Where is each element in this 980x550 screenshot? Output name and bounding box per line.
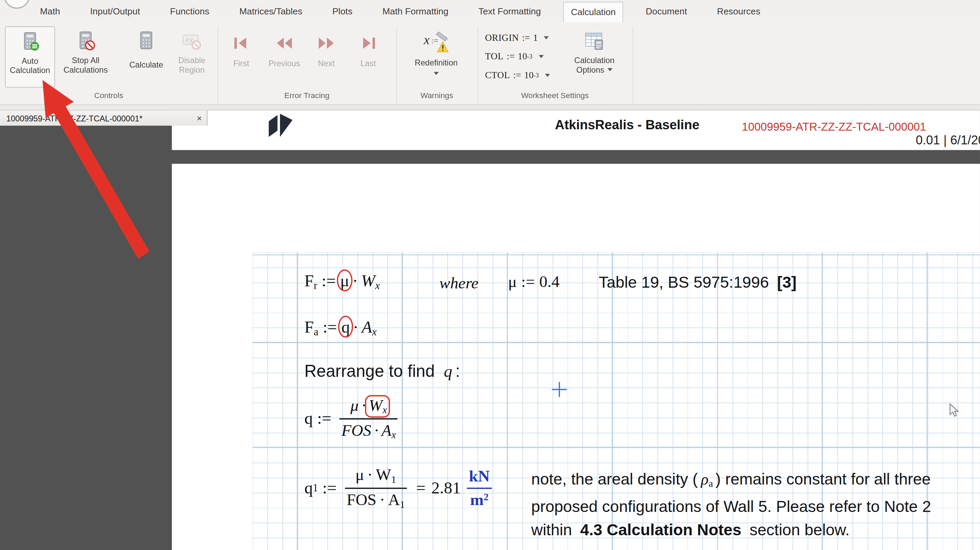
calculation-options-button[interactable]: Calculation Options	[566, 26, 622, 90]
calculation-options-caret[interactable]	[608, 68, 612, 71]
page-header: AtkinsRealis - Baseline 10009959-ATR-ZZ-…	[172, 111, 980, 150]
eq2-f: F	[304, 317, 313, 336]
app-menu-button[interactable]	[4, 0, 30, 9]
eq2-f-sub: a	[313, 326, 318, 338]
previous-label: Previous	[268, 59, 300, 68]
disable-region-label-2: Region	[179, 65, 205, 74]
tab-document[interactable]: Document	[646, 6, 687, 16]
page-header-title: AtkinsRealis - Baseline	[555, 118, 699, 133]
eq3-num-mu: μ	[350, 396, 358, 414]
eq4-assign: :=	[323, 478, 337, 498]
svg-text::=: :=	[431, 36, 438, 45]
rearrange-pre: Rearrange to find	[304, 362, 434, 381]
tab-plots[interactable]: Plots	[332, 6, 352, 16]
equation-q1-result[interactable]: q1:= μ·W1 FOS·A1 = 2.81 kN m2	[304, 466, 495, 510]
eq2-a-sub: x	[372, 326, 377, 338]
note-rho-sub: a	[708, 478, 713, 489]
eq4-lhs-sub: 1	[313, 482, 318, 494]
where-text[interactable]: where	[439, 274, 479, 293]
note-line-1: note, the areal density (ρa) remains con…	[531, 468, 931, 495]
error-last-button[interactable]: Last	[350, 26, 386, 88]
note-line3-post: section below.	[750, 521, 850, 538]
tab-resources[interactable]: Resources	[717, 6, 760, 16]
eq4-lhs: q	[304, 478, 313, 498]
equation-fa[interactable]: Fa:=q·Ax	[304, 317, 377, 338]
eq4-den-a: A	[388, 490, 400, 509]
tol-assign: :=	[507, 51, 514, 62]
error-previous-button[interactable]: Previous	[264, 26, 305, 88]
menu-bar: Math Input/Output Functions Matrices/Tab…	[0, 0, 980, 22]
next-label: Next	[318, 59, 334, 68]
page-header-meta: 0.01 | 6/1/20	[916, 133, 980, 147]
eq4-equals: =	[416, 478, 426, 498]
eq4-num-w-sub: 1	[391, 474, 396, 485]
eq3-den-fos: FOS	[341, 421, 371, 439]
tab-text-formatting[interactable]: Text Formatting	[479, 6, 541, 16]
mu-annotation-circle: μ	[340, 271, 349, 291]
mu-def-assign: :=	[521, 273, 535, 291]
ribbon-tabs: Math Input/Output Functions Matrices/Tab…	[40, 0, 760, 22]
redefinition-dropdown-caret[interactable]	[434, 72, 439, 75]
eq4-unit-num: kN	[467, 467, 492, 485]
tab-functions[interactable]: Functions	[170, 6, 210, 16]
table-reference-text[interactable]: Table 19, BS 5975:1996 [3]	[599, 273, 797, 292]
page-header-doc-ref: 10009959-ATR-ZZ-ZZ-TCAL-000001	[742, 121, 926, 134]
ctol-setting[interactable]: CTOL := 10 -3	[485, 70, 550, 81]
red-annotation-arrow	[34, 74, 159, 265]
calculation-options-label-1: Calculation	[574, 56, 614, 65]
eq4-unit-den: m	[470, 490, 484, 509]
rearrange-text[interactable]: Rearrange to find q:	[304, 362, 460, 382]
group-caption-warnings: Warnings	[396, 91, 477, 101]
note-rho: ρ	[701, 470, 708, 488]
stop-all-label-1: Stop All	[72, 56, 99, 65]
tab-math[interactable]: Math	[40, 6, 60, 16]
error-first-button[interactable]: First	[224, 26, 259, 88]
ctol-base: 10	[524, 70, 533, 81]
note-line-3: within 4.3 Calculation Notes section bel…	[531, 518, 931, 541]
note-line3-bold: 4.3 Calculation Notes	[580, 521, 741, 538]
tab-matrices-tables[interactable]: Matrices/Tables	[239, 6, 302, 16]
group-caption-error-tracing: Error Tracing	[218, 91, 396, 101]
origin-dropdown-caret[interactable]	[544, 36, 549, 40]
group-caption-worksheet-settings: Worksheet Settings	[477, 91, 632, 101]
redefinition-button[interactable]: x := Redefinition	[407, 26, 465, 90]
insertion-crosshair	[552, 382, 567, 397]
eq1-w-sub: x	[375, 279, 380, 292]
tol-setting[interactable]: TOL := 10 -3	[485, 51, 544, 62]
eq3-lhs: q	[304, 409, 313, 429]
eq3-den-a-sub: x	[391, 429, 396, 440]
worksheet-page[interactable]: Fr:=μ·Wx where μ:=0.4 Table 19, BS 5975:…	[172, 164, 980, 550]
error-next-button[interactable]: Next	[309, 26, 344, 88]
ctol-dropdown-caret[interactable]	[545, 74, 550, 77]
eq1-f: F	[304, 271, 313, 290]
note-text-region[interactable]: note, the areal density (ρa) remains con…	[531, 468, 931, 541]
disable-region-label-1: Disable	[178, 56, 205, 65]
eq3-assign: :=	[317, 409, 331, 429]
eq1-assign: :=	[321, 271, 336, 290]
mu-def-value: 0.4	[539, 273, 559, 291]
tab-input-output[interactable]: Input/Output	[90, 6, 140, 16]
disable-region-button[interactable]: x·y Disable Region	[172, 26, 213, 88]
calculate-icon	[136, 30, 156, 53]
mathcad-window: Math Input/Output Functions Matrices/Tab…	[0, 0, 980, 550]
eq4-unit-bar	[467, 487, 492, 489]
tab-math-formatting[interactable]: Math Formatting	[383, 6, 449, 16]
eq4-result: 2.81	[431, 478, 461, 498]
last-label: Last	[361, 59, 376, 68]
origin-assign: :=	[522, 33, 530, 43]
calculate-label: Calculate	[129, 60, 163, 69]
tab-calculation[interactable]: Calculation	[563, 2, 624, 23]
tol-exp: -3	[527, 53, 532, 60]
auto-calculation-icon	[20, 31, 40, 53]
eq2-q: q	[341, 317, 350, 336]
tol-name: TOL	[485, 51, 504, 62]
eq3-num-w: W	[369, 396, 383, 414]
origin-setting[interactable]: ORIGIN := 1	[485, 33, 549, 43]
tab-close-icon[interactable]: ×	[197, 113, 202, 123]
mu-definition[interactable]: μ:=0.4	[508, 273, 559, 292]
eq4-den-dot: ·	[379, 490, 385, 509]
tol-dropdown-caret[interactable]	[538, 55, 544, 58]
where-label: where	[439, 274, 479, 292]
equation-fr[interactable]: Fr:=μ·Wx	[304, 271, 380, 292]
equation-q-symbolic[interactable]: q:= μ·Wx FOS·Ax	[304, 396, 401, 441]
